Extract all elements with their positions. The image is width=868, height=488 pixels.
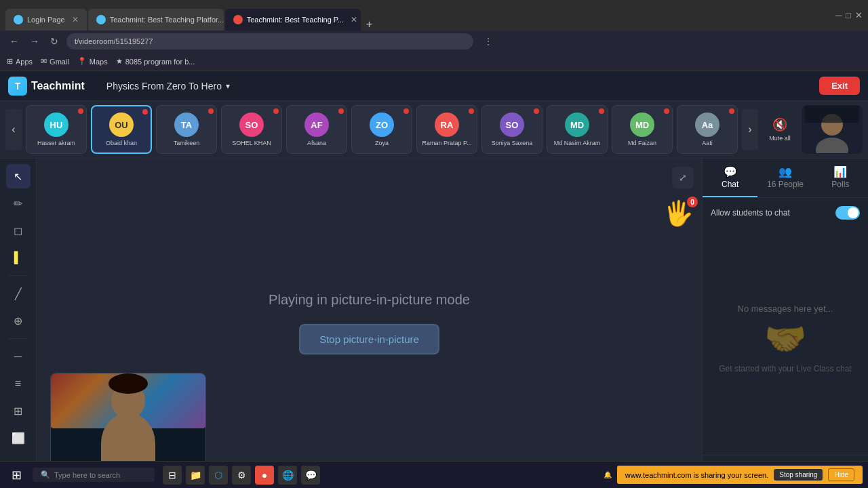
participant-card-ta[interactable]: TA Tamikeen — [156, 105, 217, 154]
tool-eraser-button[interactable]: ◻ — [6, 218, 31, 243]
panel-tab-people[interactable]: 👥 16 People — [757, 159, 812, 197]
expand-button[interactable]: ⤢ — [672, 167, 694, 188]
get-started-text: Get started with your Live Class chat — [719, 364, 851, 373]
teacher-video-placeholder — [802, 105, 863, 154]
forward-button[interactable]: → — [27, 35, 42, 48]
tool-screen-button[interactable]: ⬜ — [6, 426, 31, 450]
taskbar-icon-app3[interactable]: 💬 — [301, 466, 320, 485]
mic-off-icon-md2 — [664, 108, 669, 114]
participant-card-so2[interactable]: SO Soniya Saxena — [481, 105, 542, 154]
participant-card-af[interactable]: AF Afsana — [286, 105, 347, 154]
hand-count: 0 — [687, 197, 698, 207]
bookmark-apps[interactable]: ⊞ Apps — [7, 57, 33, 66]
panel-tab-polls[interactable]: 📊 Polls — [813, 159, 868, 197]
mute-all-icon: 🔇 — [772, 117, 787, 132]
logo-text: Teachmint — [31, 80, 85, 92]
mic-off-icon-md1 — [599, 108, 604, 114]
strip-next-button[interactable]: › — [742, 109, 758, 150]
mic-off-icon-aati — [729, 108, 734, 114]
tab-favicon-2 — [96, 15, 106, 24]
mute-all-label: Mute all — [769, 135, 791, 142]
tool-text-button[interactable]: ≡ — [6, 371, 31, 396]
tab-label-3: Teachmint: Best Teaching P... — [247, 16, 344, 24]
hide-button[interactable]: Hide — [828, 468, 854, 481]
window-close-button[interactable]: ✕ — [855, 10, 863, 20]
right-panel: 💬 Chat 👥 16 People 📊 Polls Allow student… — [702, 159, 868, 488]
back-button[interactable]: ← — [7, 35, 22, 48]
browser-tab-1[interactable]: Login Page ✕ — [5, 9, 87, 30]
participant-avatar-af: AF — [304, 113, 329, 137]
logo-area: T Teachmint — [8, 77, 85, 96]
tab-label-2: Teachmint: Best Teaching Platfor... — [110, 16, 224, 24]
browser-tab-2[interactable]: Teachmint: Best Teaching Platfor... ✕ — [88, 9, 224, 30]
tab-close-1[interactable]: ✕ — [72, 15, 79, 24]
tool-select-button[interactable]: ↖ — [6, 164, 31, 188]
mic-off-icon-so1 — [273, 108, 279, 114]
taskbar-network-icon: 🔔 — [604, 471, 612, 479]
participant-name-md2: Md Faizan — [628, 140, 656, 146]
tool-pointer-button[interactable]: ⊕ — [6, 308, 31, 333]
taskbar-icon-app2[interactable]: 🌐 — [278, 466, 297, 485]
participant-card-so1[interactable]: SO SOHEL KHAN — [221, 105, 282, 154]
participant-name-ta: Tamikeen — [174, 140, 200, 146]
taskbar-icon-edge[interactable]: ⬡ — [209, 466, 228, 485]
teacher-card — [802, 105, 863, 154]
maximize-button[interactable]: □ — [846, 10, 851, 20]
participant-avatar-so2: SO — [500, 113, 524, 137]
participant-avatar-ra: RA — [435, 113, 459, 137]
participant-card-md2[interactable]: MD Md Faizan — [612, 105, 673, 154]
class-name-dropdown[interactable]: Physics From Zero To Hero ▾ — [106, 81, 230, 92]
tab-close-3[interactable]: ✕ — [351, 15, 357, 24]
tool-line-button[interactable]: ╱ — [6, 281, 31, 306]
taskbar: ⊞ 🔍 Type here to search ⊟ 📁 ⬡ ⚙ ● 🌐 💬 🔔 … — [0, 461, 868, 488]
mute-all-card[interactable]: 🔇 Mute all — [762, 105, 797, 154]
stop-pip-button[interactable]: Stop picture-in-picture — [299, 324, 439, 354]
participant-card-md1[interactable]: MD Md Nasim Akram — [547, 105, 608, 154]
exit-button[interactable]: Exit — [819, 77, 860, 95]
pip-message: Playing in picture-in-picture mode — [269, 292, 470, 308]
participants-strip: ‹ HU Hasser akram OU Obaid khan TA Tamik… — [0, 101, 868, 159]
taskbar-pinned-apps: ⊟ 📁 ⬡ ⚙ ● 🌐 💬 — [163, 466, 320, 485]
participant-name-af: Afsana — [307, 140, 326, 146]
bookmark-other[interactable]: ★ 8085 program for b... — [116, 57, 195, 66]
participant-card-aati[interactable]: Aa Aati — [677, 105, 738, 154]
participant-avatar-ta: TA — [174, 113, 199, 137]
mic-off-icon-zo — [403, 108, 409, 114]
mic-off-icon-af — [338, 108, 344, 114]
participant-card-hu[interactable]: HU Hasser akram — [26, 105, 87, 154]
stop-sharing-button[interactable]: Stop sharing — [774, 469, 823, 481]
bookmark-maps[interactable]: 📍 Maps — [77, 57, 108, 66]
taskbar-icon-settings[interactable]: ⚙ — [232, 466, 251, 485]
participant-name-md1: Md Nasim Akram — [554, 140, 601, 146]
browser-tab-3[interactable]: Teachmint: Best Teaching P... ✕ — [225, 9, 361, 30]
url-text: t/videoroom/515195277 — [75, 37, 153, 45]
tool-ruler-button[interactable]: ─ — [6, 344, 31, 369]
polls-tab-icon: 📊 — [833, 165, 847, 178]
participant-card-obaid[interactable]: OU Obaid khan — [91, 105, 152, 154]
browser-menu-button[interactable]: ⋮ — [484, 37, 492, 46]
windows-start-button[interactable]: ⊞ — [5, 464, 27, 486]
people-tab-label: 16 People — [767, 180, 804, 189]
allow-chat-toggle[interactable] — [835, 206, 860, 220]
minimize-button[interactable]: ─ — [835, 10, 842, 20]
taskbar-icon-app1[interactable]: ● — [255, 466, 274, 485]
tool-highlighter-button[interactable]: ▌ — [6, 245, 31, 270]
bookmarks-bar: ⊞ Apps ✉ Gmail 📍 Maps ★ 8085 program for… — [0, 52, 868, 71]
new-tab-button[interactable]: + — [362, 18, 376, 30]
taskbar-right-area: 🔔 www.teachmint.com is sharing your scre… — [604, 466, 863, 484]
participant-card-zo[interactable]: ZO Zoya — [351, 105, 412, 154]
browser-tabs: Login Page ✕ Teachmint: Best Teaching Pl… — [5, 0, 825, 30]
tool-image-button[interactable]: ⊞ — [6, 399, 31, 423]
panel-tab-chat[interactable]: 💬 Chat — [703, 159, 757, 197]
participant-card-ra[interactable]: RA Raman Pratap P... — [416, 105, 477, 154]
strip-prev-button[interactable]: ‹ — [5, 109, 22, 150]
address-bar[interactable]: t/videoroom/515195277 — [66, 33, 473, 49]
tool-pen-button[interactable]: ✏ — [6, 191, 31, 216]
hand-raise-badge[interactable]: 🖐 0 — [663, 199, 694, 228]
taskbar-icon-explorer[interactable]: 📁 — [186, 466, 205, 485]
refresh-button[interactable]: ↻ — [47, 35, 61, 48]
taskbar-search[interactable]: 🔍 Type here to search — [33, 468, 155, 482]
taskbar-icon-task-view[interactable]: ⊟ — [163, 466, 182, 485]
tab-favicon-1 — [14, 15, 23, 24]
bookmark-gmail[interactable]: ✉ Gmail — [41, 57, 69, 66]
